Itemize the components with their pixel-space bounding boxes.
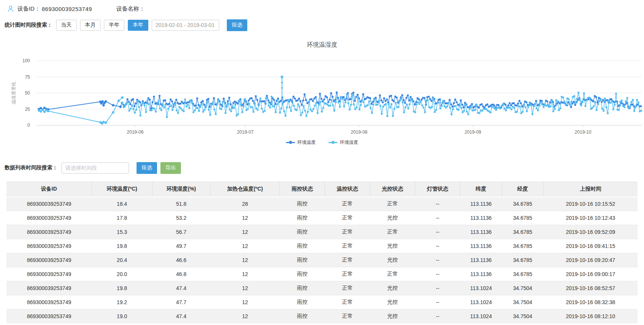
table-cell: 雨控 [280,309,325,323]
table-cell: 869300039253749 [6,267,92,281]
user-icon [7,5,14,13]
table-cell: -- [415,225,460,239]
table-cell: 正常 [370,197,415,211]
table-cell: 光控 [370,281,415,295]
table-cell: 2019-10-16 09:00:17 [543,267,638,281]
table-cell: 雨控 [280,197,325,211]
table-cell: 12 [210,267,280,281]
table-cell: 113.1024 [460,309,502,323]
table-cell: 113.1024 [460,281,502,295]
table-cell: 34.6785 [502,197,543,211]
column-header: 纬度 [460,182,502,197]
quick-range-button[interactable]: 本年 [128,20,148,31]
table-cell: 光控 [370,211,415,225]
svg-text:0: 0 [27,123,30,128]
svg-text:50: 50 [25,90,30,96]
table-cell: 12 [210,309,280,323]
table-cell: 2019-10-16 08:52:57 [543,281,638,295]
table-cell: 47.4 [152,309,210,323]
table-cell: 20.4 [92,253,152,267]
table-cell: 12 [210,295,280,309]
device-info-bar: 设备ID： 869300039253749 设备名称： [0,0,644,14]
svg-text:2019-09: 2019-09 [465,129,481,135]
table-cell: 46.8 [152,267,210,281]
table-cell: 2019-10-16 10:15:52 [543,197,638,211]
table-cell: 869300039253749 [6,197,92,211]
table-cell: 34.7504 [502,295,543,309]
table-cell: 113.1136 [460,225,502,239]
table-cell: 113.1136 [460,239,502,253]
table-cell: 113.1136 [460,267,502,281]
svg-text:2019-06: 2019-06 [127,129,143,135]
table-cell: 34.7504 [502,281,543,295]
table-cell: 12 [210,225,280,239]
table-cell: 19.2 [92,295,152,309]
table-row: 86930003925374919.047.412雨控正常光控--113.102… [6,309,638,323]
column-header: 环境湿度(%) [152,182,210,197]
table-cell: 2019-10-16 08:12:10 [543,309,638,323]
table-cell: 15.3 [92,225,152,239]
table-cell: 正常 [325,309,370,323]
column-header: 设备ID [6,182,92,197]
column-header: 灯管状态 [415,182,460,197]
legend-item[interactable]: 环境湿度 [328,139,358,146]
svg-text:75: 75 [25,74,30,80]
table-cell: 49.7 [152,239,210,253]
chart-legend: 环境温度环境湿度 [0,138,644,147]
legend-item[interactable]: 环境温度 [286,139,316,146]
svg-text:2019-10: 2019-10 [575,129,591,135]
table-cell: 正常 [325,239,370,253]
list-filter-button[interactable]: 筛选 [137,162,157,174]
svg-text:温湿度变化: 温湿度变化 [11,82,16,104]
column-header: 环境温度(ºC) [92,182,152,197]
table-cell: 19.8 [92,281,152,295]
quick-range-button[interactable]: 本月 [80,20,101,31]
column-header: 上报时间 [543,182,638,197]
table-cell: -- [415,295,460,309]
device-data-table: 设备ID环境温度(ºC)环境湿度(%)加热仓温度(ºC)雨控状态温控状态光控状态… [6,181,638,323]
table-header: 设备ID环境温度(ºC)环境湿度(%)加热仓温度(ºC)雨控状态温控状态光控状态… [6,182,638,197]
device-id-value: 869300039253749 [42,6,92,12]
list-date-range-input[interactable] [61,162,129,174]
table-cell: 光控 [370,253,415,267]
table-cell: -- [415,253,460,267]
legend-line-marker-icon [328,140,338,144]
device-id-label: 设备ID： [17,5,40,13]
svg-text:25: 25 [25,107,30,112]
quick-range-button[interactable]: 半年 [104,20,124,31]
table-cell: 113.1136 [460,253,502,267]
table-cell: 雨控 [280,211,325,225]
table-cell: 869300039253749 [6,281,92,295]
table-cell: 19.8 [92,239,152,253]
table-row: 86930003925374918.451.828雨控正常正常--113.113… [6,197,638,211]
table-cell: 113.1136 [460,211,502,225]
table-cell: -- [415,267,460,281]
table-cell: 正常 [325,267,370,281]
column-header: 加热仓温度(ºC) [210,182,280,197]
chart-title: 环境温湿度 [0,41,644,49]
table-cell: 18.4 [92,197,152,211]
export-button[interactable]: 导出 [160,162,181,174]
list-filter-label: 数据列表时间段搜索： [5,164,58,171]
table-cell: 雨控 [280,281,325,295]
data-table-section: 设备ID环境温度(ºC)环境湿度(%)加热仓温度(ºC)雨控状态温控状态光控状态… [0,181,644,323]
table-cell: 正常 [370,225,415,239]
table-cell: 雨控 [280,239,325,253]
table-cell: 28 [210,197,280,211]
table-cell: 869300039253749 [6,211,92,225]
svg-text:2019-08: 2019-08 [351,129,368,135]
table-cell: 56.7 [152,225,210,239]
table-cell: 869300039253749 [6,225,92,239]
table-cell: 光控 [370,309,415,323]
table-cell: 12 [210,211,280,225]
table-cell: 12 [210,239,280,253]
table-cell: 12 [210,253,280,267]
table-row: 86930003925374917.853.212雨控正常光控--113.113… [6,211,638,225]
quick-range-button[interactable]: 当天 [56,20,77,31]
table-cell: 869300039253749 [6,253,92,267]
chart-date-range-input[interactable] [152,20,219,31]
table-cell: 正常 [325,253,370,267]
legend-label: 环境温度 [297,139,316,146]
chart-filter-button[interactable]: 筛选 [227,19,247,31]
svg-text:2019-07: 2019-07 [237,129,254,135]
